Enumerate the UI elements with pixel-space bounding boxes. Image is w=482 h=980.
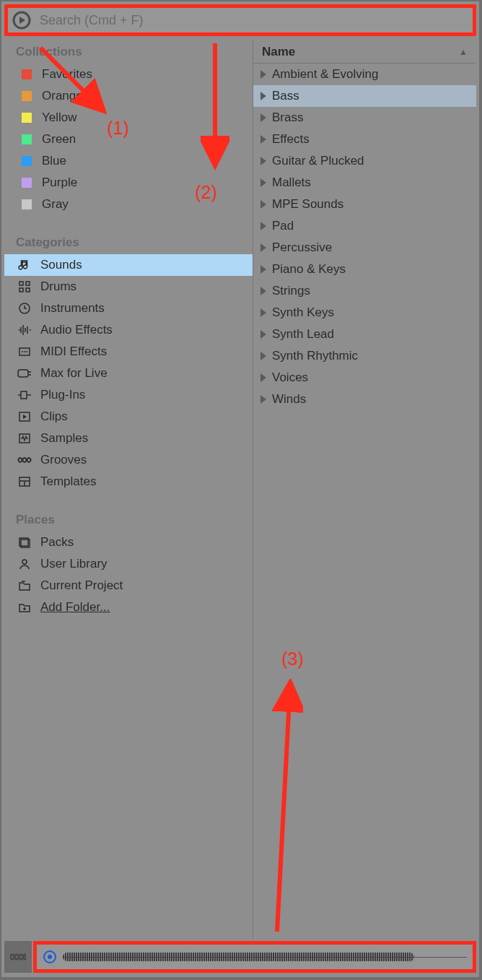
category-label: Drums (40, 279, 76, 294)
collection-green[interactable]: Green (4, 129, 253, 150)
category-clips[interactable]: Clips (4, 406, 253, 428)
place-label: Add Folder... (40, 600, 110, 615)
collection-favorites[interactable]: Favorites (4, 64, 253, 85)
color-swatch-icon (22, 134, 32, 144)
content-item-label: Effects (272, 132, 310, 147)
svg-point-21 (48, 955, 52, 959)
column-header-label: Name (262, 45, 295, 59)
collection-orange[interactable]: Orange (4, 85, 253, 107)
content-item-label: Piano & Keys (272, 262, 346, 277)
collection-blue[interactable]: Blue (4, 150, 253, 172)
category-drums[interactable]: Drums (4, 276, 253, 298)
content-item-percussive[interactable]: Percussive (253, 237, 476, 259)
collection-yellow[interactable]: Yellow (4, 107, 253, 129)
category-label: Plug-Ins (40, 388, 85, 402)
section-header-categories: Categories (4, 231, 253, 254)
sort-ascending-icon: ▲ (459, 47, 468, 57)
content-item-label: MPE Sounds (272, 197, 343, 212)
content-item-guitar-plucked[interactable]: Guitar & Plucked (253, 150, 476, 172)
category-midi-effects[interactable]: MIDI Effects (4, 341, 253, 363)
content-item-label: Ambient & Evolving (272, 67, 378, 82)
content-item-mpe-sounds[interactable]: MPE Sounds (253, 194, 476, 215)
groove-icon (17, 453, 32, 467)
grid-icon (17, 279, 32, 294)
color-swatch-icon (22, 199, 32, 209)
content-item-effects[interactable]: Effects (253, 129, 476, 150)
expand-triangle-icon (260, 265, 266, 274)
place-label: User Library (40, 557, 108, 571)
content-item-synth-keys[interactable]: Synth Keys (253, 302, 476, 324)
content-item-winds[interactable]: Winds (253, 389, 476, 410)
content-item-voices[interactable]: Voices (253, 367, 476, 389)
expand-triangle-icon (260, 70, 266, 79)
content-item-label: Synth Lead (272, 327, 334, 342)
content-item-pad[interactable]: Pad (253, 215, 476, 237)
category-templates[interactable]: Templates (4, 471, 253, 493)
expand-triangle-icon (260, 135, 266, 144)
collection-purple[interactable]: Purple (4, 172, 253, 194)
content-item-mallets[interactable]: Mallets (253, 172, 476, 194)
collection-label: Gray (42, 197, 69, 212)
main-split: Collections FavoritesOrangeYellowGreenBl… (4, 40, 476, 938)
category-label: MIDI Effects (40, 344, 107, 359)
collection-label: Orange (42, 89, 83, 103)
place-current-project[interactable]: Current Project (4, 575, 253, 597)
content-item-bass[interactable]: Bass (253, 85, 476, 107)
place-label: Packs (40, 535, 74, 550)
search-bar (4, 4, 476, 36)
search-input[interactable] (35, 9, 473, 31)
expand-triangle-icon (260, 92, 266, 100)
content-item-label: Percussive (272, 240, 332, 255)
svg-rect-11 (18, 370, 28, 377)
category-max-for-live[interactable]: Max for Live (4, 363, 253, 384)
content-item-piano-keys[interactable]: Piano & Keys (253, 259, 476, 280)
packs-icon (17, 535, 32, 550)
preview-waveform[interactable] (63, 950, 467, 964)
preview-headphone-icon[interactable] (43, 950, 57, 964)
section-header-collections: Collections (4, 40, 253, 64)
category-plug-ins[interactable]: Plug-Ins (4, 384, 253, 406)
category-grooves[interactable]: Grooves (4, 449, 253, 471)
color-swatch-icon (22, 69, 32, 79)
wave-icon (17, 323, 32, 337)
category-label: Audio Effects (40, 323, 113, 337)
category-label: Grooves (40, 453, 87, 467)
expand-triangle-icon (260, 113, 266, 122)
user-icon (17, 557, 32, 571)
content-item-ambient-evolving[interactable]: Ambient & Evolving (253, 64, 476, 85)
content-item-strings[interactable]: Strings (253, 280, 476, 302)
category-samples[interactable]: Samples (4, 428, 253, 449)
category-label: Samples (40, 431, 88, 446)
svg-point-10 (26, 351, 27, 352)
color-swatch-icon (22, 91, 32, 101)
collection-label: Favorites (42, 67, 92, 82)
category-label: Max for Live (40, 366, 108, 381)
color-swatch-icon (22, 178, 32, 188)
collection-label: Yellow (42, 110, 77, 125)
expand-triangle-icon (260, 178, 266, 187)
content-item-label: Voices (272, 370, 308, 385)
place-packs[interactable]: Packs (4, 532, 253, 553)
svg-marker-1 (19, 17, 25, 24)
content-item-label: Pad (272, 219, 294, 233)
browser-toggle-icon[interactable] (8, 8, 35, 32)
content-item-synth-rhythmic[interactable]: Synth Rhythmic (253, 345, 476, 367)
category-label: Sounds (40, 258, 82, 272)
category-sounds[interactable]: Sounds (4, 254, 253, 276)
collection-gray[interactable]: Gray (4, 194, 253, 215)
expand-triangle-icon (260, 330, 266, 339)
content-item-brass[interactable]: Brass (253, 107, 476, 129)
svg-rect-12 (21, 391, 27, 399)
place-user-library[interactable]: User Library (4, 553, 253, 575)
svg-rect-3 (26, 282, 30, 285)
clip-icon (17, 409, 32, 424)
groove-tab-icon[interactable] (4, 941, 32, 973)
place-add-folder-[interactable]: Add Folder... (4, 597, 253, 618)
expand-triangle-icon (260, 200, 266, 209)
svg-rect-2 (19, 282, 23, 285)
midi-icon (17, 344, 32, 359)
category-audio-effects[interactable]: Audio Effects (4, 319, 253, 341)
content-item-synth-lead[interactable]: Synth Lead (253, 324, 476, 345)
category-instruments[interactable]: Instruments (4, 298, 253, 319)
column-header-name[interactable]: Name ▲ (253, 40, 476, 64)
